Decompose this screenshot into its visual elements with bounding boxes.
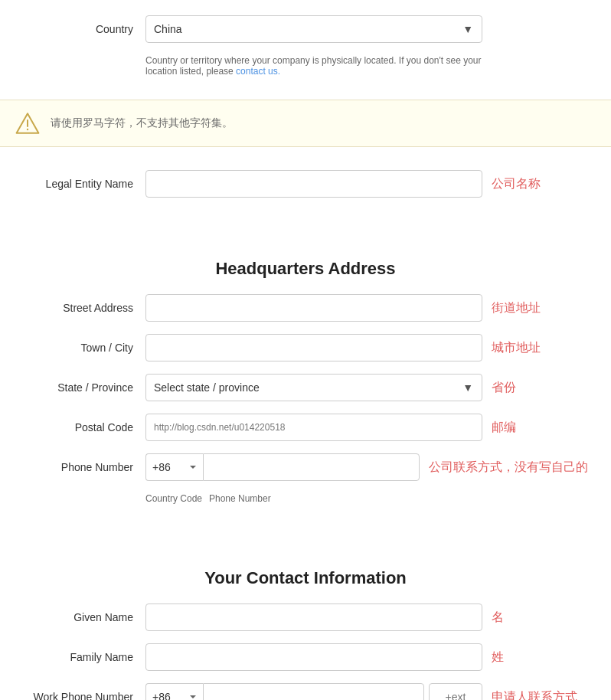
work-phone-number-input[interactable] [203,683,424,700]
state-annotation: 省份 [492,380,516,396]
phone-country-code-select[interactable]: +86 +1 +44 [145,453,203,481]
headquarters-title: Headquarters Address [23,259,588,279]
postal-label: Postal Code [23,421,145,433]
warning-text: 请使用罗马字符，不支持其他字符集。 [51,116,233,130]
warning-banner: 请使用罗马字符，不支持其他字符集。 [0,100,611,147]
country-helper-text: Country or territory where your company … [145,55,482,77]
legal-entity-annotation: 公司名称 [492,176,541,192]
street-label: Street Address [23,302,145,314]
given-name-input[interactable] [145,604,482,631]
contact-title: Your Contact Information [23,568,588,588]
given-name-label: Given Name [23,611,145,623]
country-label: Country [23,23,145,35]
work-phone-ext-input[interactable] [429,683,482,700]
work-phone-inputs: +86 +1 +44 [145,683,482,700]
country-select-wrapper: China United States Japan ▼ [145,15,482,43]
work-phone-label: Work Phone Number [23,691,145,700]
phone-labels: Country Code Phone Number [145,493,482,504]
phone-label: Phone Number [23,461,145,473]
legal-entity-input[interactable] [145,170,482,198]
state-label: State / Province [23,381,145,394]
phone-inputs: +86 +1 +44 [145,453,420,481]
legal-entity-label: Legal Entity Name [23,178,145,190]
warning-icon [15,111,40,136]
street-input[interactable] [145,294,482,322]
state-select-wrapper: Select state / province ▼ [145,374,482,401]
country-select[interactable]: China United States Japan [145,15,482,43]
phone-number-input[interactable] [203,453,420,481]
contact-us-link[interactable]: contact us. [236,66,280,77]
city-annotation: 城市地址 [492,340,541,356]
family-name-annotation: 姓 [492,649,504,666]
given-name-annotation: 名 [492,610,504,626]
family-name-input[interactable] [145,643,482,671]
work-phone-annotation: 申请人联系方式 [492,689,577,701]
phone-annotation: 公司联系方式，没有写自己的 [429,460,588,476]
city-label: Town / City [23,342,145,354]
city-input[interactable] [145,334,482,361]
work-phone-country-code-select[interactable]: +86 +1 +44 [145,683,203,700]
postal-annotation: 邮编 [492,420,516,436]
phone-number-label: Phone Number [203,493,482,504]
svg-point-2 [27,129,28,130]
family-name-label: Family Name [23,651,145,663]
state-select[interactable]: Select state / province [145,374,482,401]
phone-code-label: Country Code [145,493,203,504]
postal-input[interactable] [145,414,482,441]
street-annotation: 街道地址 [492,300,541,316]
